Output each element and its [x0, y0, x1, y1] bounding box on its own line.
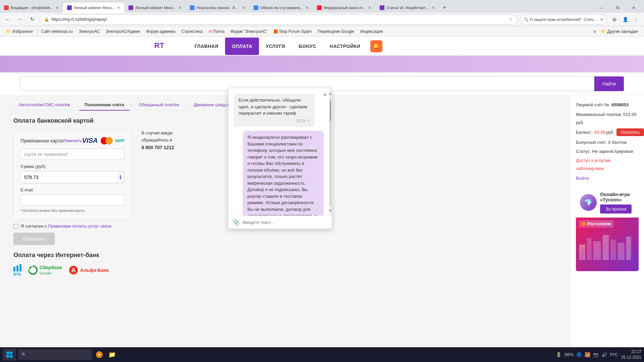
star-icon[interactable]: ☆ [509, 17, 513, 22]
tab-close-google[interactable]: × [241, 5, 246, 10]
tab-rt-active[interactable]: Личный кабинет Моск... × [63, 3, 124, 13]
nav-oplata[interactable]: ОПЛАТА [225, 38, 259, 55]
tab-close-rt2[interactable]: × [178, 5, 182, 10]
tab-law1[interactable]: Обязан ли я устанавли... × [250, 3, 313, 13]
bookmark-indexation[interactable]: Индексация [358, 28, 385, 35]
tab-rt2[interactable]: Личный кабинет Моск... × [124, 3, 186, 13]
bookmark-other-folder[interactable]: 📁 Другие закладки [598, 28, 641, 35]
status-value: Не зарегистрирован [592, 149, 633, 154]
tab-favicon-law1 [254, 5, 258, 10]
balance-currency: руб. [606, 128, 614, 136]
other-folder-label: Другие закладки [607, 29, 638, 34]
ad-title: Онлайн-игра «Тусoon» [600, 192, 635, 202]
vtb-logo[interactable]: ВТБ [13, 264, 21, 276]
search-button[interactable]: Найти [594, 76, 624, 91]
bookmark-elektroas-site[interactable]: Сайт elektroas.ru [39, 28, 75, 35]
bookmark-google-translate[interactable]: Переводчик Google [315, 28, 357, 35]
close-window-button[interactable]: ✕ [626, 3, 641, 13]
pay-button[interactable]: Оплатить [13, 233, 55, 245]
minimize-button[interactable]: ─ [594, 3, 609, 13]
visa-logo: VISA [82, 137, 98, 144]
card-change-link[interactable]: Изменить [62, 138, 82, 143]
system-icons: 🔋 98% 🔵 📶 📷 🔊 РУС [556, 352, 618, 357]
bookmarks-more-icon[interactable]: » [592, 28, 597, 35]
sberbank-logo[interactable]: СбербанкОнлайн [28, 265, 62, 276]
taskbar-right: 🔋 98% 🔵 📶 📷 🔊 РУС 22:17 25.12.2021 [556, 349, 641, 360]
agree-checkbox[interactable] [13, 224, 18, 229]
tab-google-search[interactable]: Результаты поиска - Эл... × [186, 3, 250, 13]
tab-favicon-gmail [4, 5, 9, 10]
address-input[interactable]: 🔒 https://my.rt.ru/billing/prepay/ ☆ [40, 14, 517, 24]
bookmark-izbrannoye[interactable]: 📁 Избранное [3, 28, 36, 35]
bookmark-mail[interactable]: ✉ Почта [206, 28, 227, 35]
nav-nastroyki[interactable]: НАСТРОЙКИ [323, 38, 367, 55]
bookmark-stats[interactable]: Статистика [179, 28, 205, 35]
agree-rules-link[interactable]: Правилами оплаты услуг связи [48, 224, 111, 229]
chat-scroll-track[interactable] [330, 98, 331, 206]
bookmark-stop-forum-spam[interactable]: Stop Forum Spam [271, 28, 314, 35]
tab-favicon-rt2 [128, 5, 133, 10]
bookmark-forum-elektroas[interactable]: Форум "ЭлектроАС" [228, 28, 270, 35]
nav-glavnaya[interactable]: ГЛАВНАЯ [188, 38, 225, 55]
tab-topup[interactable]: Пополнение счёта [79, 100, 129, 111]
tab-promised[interactable]: Обещанный платёж [133, 100, 184, 111]
restore-button[interactable]: ⧉ [610, 3, 625, 13]
nav-uslugi[interactable]: УСЛУГИ [259, 38, 292, 55]
extensions-button[interactable]: ⊞ [610, 15, 619, 24]
chat-attach-icon[interactable]: 📎 [232, 219, 240, 226]
game-illustration [576, 224, 639, 264]
address-action-icons: ⊞ 👤 ⋮ [610, 15, 641, 24]
notification-button[interactable]: 🔔 [370, 40, 382, 52]
sidebar-account: Лицевой счёт №: 6558053 Минимальный плат… [576, 101, 639, 182]
forward-button[interactable]: → [15, 15, 25, 24]
chat-scrollbar[interactable]: ▲ ▼ [329, 88, 332, 216]
amount-input[interactable] [21, 172, 117, 183]
bookmark-sep-1 [37, 28, 37, 35]
sidebar-pay-button[interactable]: Оплатить [616, 128, 644, 136]
min-payment-value: 515.05 [623, 112, 637, 117]
tab-close-law2[interactable]: × [368, 5, 372, 10]
scroll-down-button[interactable]: ▼ [327, 207, 332, 214]
tab-close-rt[interactable]: × [116, 5, 120, 10]
taskbar-file-explorer-icon[interactable]: 📁 [107, 349, 117, 360]
taskbar-search[interactable]: 🔍 [18, 349, 92, 360]
site-nav: RT ГЛАВНАЯ ОПЛАТА УСЛУГИ БОНУС НАСТРОЙКИ… [0, 37, 644, 56]
bookmark-elektroas-admin[interactable]: ЭлектроАС/Админ [103, 28, 143, 35]
back-button[interactable]: ← [3, 15, 13, 24]
tab-autopay[interactable]: Автоплатёж/СМС-платёж [13, 100, 75, 111]
svg-rect-13 [580, 249, 582, 250]
tab-close-gmail[interactable]: × [55, 5, 59, 10]
profile-button[interactable]: 👤 [621, 15, 630, 24]
tab-gmail[interactable]: Входящие - info@elektr... × [0, 3, 63, 13]
battery-icon: 🔋 [556, 352, 561, 357]
chat-close-button[interactable]: × [321, 91, 329, 99]
search-icon: 🔍 [524, 17, 529, 22]
alfabank-logo[interactable]: А Альфа-Банк [69, 265, 109, 275]
card-number-input[interactable] [20, 148, 124, 160]
bookmark-elektroas[interactable]: ЭлектроАС [76, 28, 103, 35]
taskbar-firefox-icon[interactable] [94, 349, 105, 360]
tab-law2[interactable]: Федеральный закон от... × [313, 3, 376, 13]
tab-close-article16[interactable]: × [431, 5, 435, 10]
tab-article16[interactable]: Статья 16. Недействите... × [376, 3, 439, 13]
tab-close-law1[interactable]: × [305, 5, 309, 10]
bookmark-forum-admin[interactable]: Форум админка [144, 28, 178, 35]
amount-label: Сумма (руб) [20, 164, 124, 169]
status-label: Статус: [576, 149, 591, 154]
email-input[interactable] [20, 194, 124, 206]
refresh-button[interactable]: ↻ [28, 15, 37, 24]
svg-rect-14 [6, 352, 9, 354]
settings-button[interactable]: ⋮ [631, 15, 641, 24]
tab-add-button[interactable]: + [439, 3, 449, 13]
search-navigate-icon[interactable]: ➤ [600, 17, 603, 22]
ad-button[interactable]: За призом [600, 204, 632, 214]
chat-overlay: × Если действительно, обещали одно, а сд… [228, 88, 332, 229]
chat-text-input[interactable] [243, 220, 328, 225]
svg-rect-10 [626, 236, 631, 260]
card-note: *Оплатить можно без привязки карты [20, 208, 124, 213]
exit-link[interactable]: Выйти [576, 174, 639, 182]
start-button[interactable] [3, 349, 16, 361]
nav-bonus[interactable]: БОНУС [292, 38, 323, 55]
svg-rect-12 [583, 246, 584, 247]
browser-search-bar[interactable]: 🔍 О защите прав потребителей". Статья 16… [520, 14, 607, 24]
